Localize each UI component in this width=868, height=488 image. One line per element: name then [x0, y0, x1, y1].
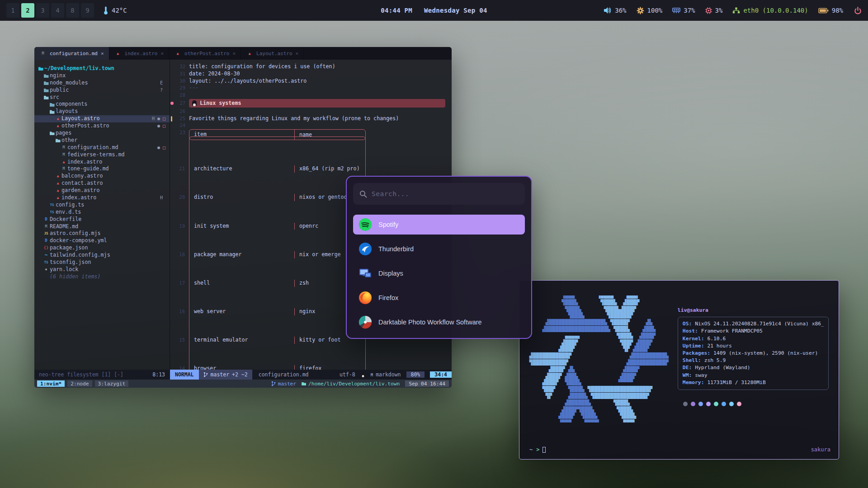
firefox-icon — [359, 291, 372, 305]
tree-item[interactable]: env.d.ts — [34, 209, 170, 216]
tree-item[interactable]: nginx — [34, 72, 170, 80]
search-icon — [359, 190, 367, 198]
tmux-window[interactable]: 2:node — [67, 380, 92, 387]
git-branch-icon — [271, 381, 276, 386]
tree-item[interactable]: Dockerfile — [34, 216, 170, 223]
fastfetch-info: liv@sakura OS: NixOS 24.11.20240828.71e9… — [678, 307, 829, 426]
astro-icon — [60, 159, 67, 166]
tab-index-astro[interactable]: index.astro × — [109, 47, 169, 60]
astro-icon — [54, 173, 61, 180]
tree-item[interactable]: yarn.lock — [34, 266, 170, 273]
palette-dot — [698, 402, 703, 406]
tree-item[interactable]: (6 hidden items) — [34, 273, 170, 281]
json-icon — [42, 244, 50, 252]
workspace-button[interactable]: 2 — [21, 3, 34, 18]
tree-item[interactable]: config.ts — [34, 202, 170, 209]
tree-item[interactable]: contact.astro — [34, 180, 170, 187]
workspace-button[interactable]: 9 — [81, 3, 94, 18]
workspace-button[interactable]: 8 — [66, 3, 79, 18]
tree-item[interactable]: pages — [34, 130, 170, 137]
battery-icon — [818, 8, 829, 14]
table-row: 19 init system openrc — [189, 223, 365, 230]
launcher-entry-darktable[interactable]: Darktable Photo Workflow Software — [353, 312, 525, 332]
tree-item[interactable]: index.astro H — [34, 194, 170, 202]
close-icon[interactable]: × — [160, 51, 164, 56]
table-row: 14 browser firefox — [189, 365, 365, 370]
tree-item[interactable]: balcony.astro — [34, 173, 170, 180]
ts-icon — [42, 259, 50, 266]
launcher-entry-thunderbird[interactable]: Thunderbird — [353, 239, 525, 259]
close-icon[interactable]: × — [101, 51, 104, 56]
thunderbird-icon — [359, 242, 372, 256]
tmux-git-segment: master — [271, 381, 296, 387]
shell-prompt[interactable]: ~ > — [529, 446, 546, 453]
editor-line: 31 date: 2024-08-30 — [170, 70, 452, 78]
battery-value: 98% — [832, 7, 843, 14]
tree-item[interactable]: node_modules E — [34, 80, 170, 87]
editor-line: 28 — [170, 92, 452, 99]
launcher-entry-spotify[interactable]: Spotify — [353, 215, 525, 235]
time-value: 04:44 PM — [381, 7, 412, 14]
info-line: Host: Framework FRANMDCP05 — [683, 328, 824, 335]
table-row: 17 shell zsh — [189, 280, 365, 287]
tree-item[interactable]: configuration.md ●□ — [34, 144, 170, 151]
editor-line: 26 — [170, 108, 452, 115]
editor-line: 25 Favorite things regarding Linux and m… — [170, 115, 452, 122]
tree-item[interactable]: public ? — [34, 87, 170, 94]
launcher-entries: Spotify Thunderbird Displays Firefox Dar… — [347, 215, 531, 332]
terminal-window[interactable]: ▗▄▄▄ ▗▄▄▄▄ ▄▄▄▖ ▜███▙ ▜███▙ ▟███▛ ▜███▙ … — [519, 280, 839, 460]
tree-item[interactable]: garden.astro — [34, 187, 170, 194]
tree-item[interactable]: ~/Development/liv.town — [34, 65, 170, 72]
statusline: neo-tree filesystem [1] [-] 8:13 NORMAL … — [34, 370, 452, 380]
tree-item[interactable]: package.json — [34, 244, 170, 252]
tree-item[interactable]: Layout.astro H ●□ — [34, 115, 170, 122]
tree-item[interactable]: README.md — [34, 223, 170, 230]
vim-mode-indicator: NORMAL — [170, 370, 199, 380]
workspace-switcher: 1 2 3 4 8 9 — [6, 3, 94, 18]
os-penguin-icon — [361, 372, 365, 377]
close-icon[interactable]: × — [232, 51, 236, 56]
tab-otherpost-astro[interactable]: otherPost.astro × — [169, 47, 241, 60]
power-button[interactable] — [854, 7, 862, 14]
tree-item[interactable]: tailwind.config.mjs — [34, 252, 170, 259]
markdown-heading: Linux systems — [189, 99, 445, 108]
tree-item[interactable]: docker-compose.yml — [34, 237, 170, 244]
docker-icon — [42, 216, 50, 223]
tree-item[interactable]: otherPost.astro ●□ — [34, 122, 170, 130]
astro-icon — [174, 51, 181, 56]
launcher-entry-displays[interactable]: Displays — [353, 263, 525, 283]
date-value: Wednesday Sep 04 — [424, 7, 487, 14]
volume-module: 36% — [604, 7, 626, 14]
editor-line: 32 title: configuration for devices i us… — [170, 63, 452, 70]
tmux-window[interactable]: 1:nvim* — [37, 380, 65, 387]
tmux-clock: Sep 04 16:44 — [405, 380, 449, 387]
palette-dot — [737, 402, 741, 406]
cpu-value: 3% — [715, 7, 723, 14]
tree-item[interactable]: other — [34, 137, 170, 144]
tree-item[interactable]: components — [34, 101, 170, 108]
memory-value: 37% — [684, 7, 695, 14]
info-line: Kernel: 6.10.6 — [683, 335, 824, 343]
tree-item[interactable]: src — [34, 94, 170, 101]
tmux-statusbar: 1:nvim* 2:node 3:lazygit master /home/li… — [34, 380, 452, 388]
tree-item[interactable]: tone-guide.md — [34, 165, 170, 173]
tree-item[interactable]: index.astro — [34, 159, 170, 166]
tree-item[interactable]: layouts — [34, 108, 170, 115]
tree-item[interactable]: fediverse-terms.md — [34, 151, 170, 159]
network-module: eth0 (10.0.0.140) — [732, 7, 808, 14]
workspace-button[interactable]: 3 — [36, 3, 49, 18]
launcher-entry-firefox[interactable]: Firefox — [353, 288, 525, 308]
tab-layout-astro[interactable]: Layout.astro × — [241, 47, 304, 60]
folder-open-icon — [42, 95, 50, 99]
tmux-window[interactable]: 3:lazygit — [95, 380, 129, 387]
palette-dot — [729, 402, 734, 406]
tab-configuration-md[interactable]: configuration.md × — [34, 47, 109, 60]
table-row: 21 architecture x86_64 (rip m2 pro) — [189, 165, 365, 173]
docker-icon — [42, 237, 50, 244]
workspace-button[interactable]: 4 — [51, 3, 64, 18]
workspace-button[interactable]: 1 — [6, 3, 19, 18]
close-icon[interactable]: × — [296, 51, 299, 56]
search-input[interactable]: Search... — [353, 183, 525, 205]
tree-item[interactable]: astro.config.mjs — [34, 230, 170, 237]
tree-item[interactable]: tsconfig.json — [34, 259, 170, 266]
